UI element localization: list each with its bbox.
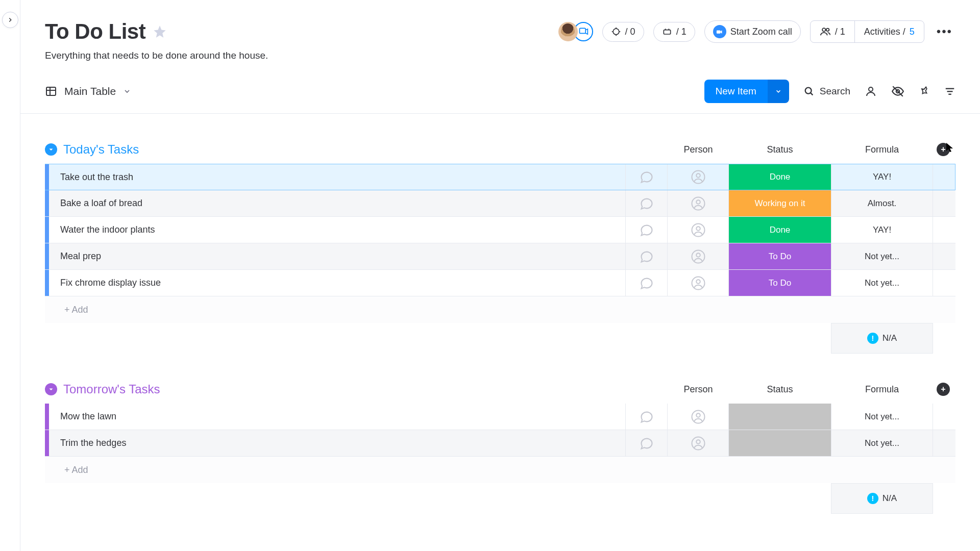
group-title[interactable]: Tomorrow's Tasks	[63, 382, 160, 396]
person-icon	[865, 85, 877, 97]
chevron-down-icon	[775, 88, 782, 95]
favorite-star-icon[interactable]	[153, 24, 167, 39]
open-conversation-button[interactable]	[626, 190, 668, 216]
column-header-person[interactable]: Person	[668, 384, 729, 395]
task-name-cell[interactable]: Fix chrome display issue	[49, 270, 626, 296]
status-cell[interactable]	[729, 404, 831, 430]
new-item-button[interactable]: New Item	[704, 80, 768, 103]
eye-off-icon	[891, 85, 904, 98]
chat-icon	[640, 410, 654, 424]
svg-point-24	[696, 253, 700, 257]
formula-cell: Not yet...	[831, 430, 933, 456]
person-placeholder-icon	[691, 222, 706, 238]
svg-point-5	[826, 29, 829, 32]
expand-sidebar-button[interactable]	[2, 12, 18, 28]
person-placeholder-icon	[691, 249, 706, 264]
task-name-cell[interactable]: Meal prep	[49, 243, 626, 269]
formula-cell: Not yet...	[831, 270, 933, 296]
search-icon	[803, 86, 815, 97]
add-item-label: + Add	[49, 305, 88, 315]
task-name-cell[interactable]: Mow the lawn	[49, 404, 626, 430]
activities-button[interactable]: Activities / 5	[854, 21, 924, 42]
group-accent	[45, 190, 49, 216]
collapse-group-button[interactable]	[45, 143, 57, 156]
task-name-cell[interactable]: Trim the hedges	[49, 430, 626, 456]
column-header-formula[interactable]: Formula	[831, 144, 933, 155]
person-cell[interactable]	[668, 270, 729, 296]
board-header: To Do List / 0 / 1	[45, 19, 955, 44]
table-row[interactable]: Fix chrome display issue To Do Not yet..…	[45, 270, 955, 296]
alert-icon: !	[867, 493, 878, 504]
status-cell[interactable]	[729, 430, 831, 456]
person-cell[interactable]	[668, 404, 729, 430]
owner-avatar[interactable]	[558, 22, 578, 41]
status-cell[interactable]: Done	[729, 164, 831, 190]
add-item-row[interactable]: + Add	[45, 296, 955, 323]
zoom-call-button[interactable]: Start Zoom call	[704, 20, 801, 43]
person-cell[interactable]	[668, 217, 729, 243]
column-header-person[interactable]: Person	[668, 144, 729, 155]
chat-icon	[640, 223, 654, 237]
pin-icon	[919, 86, 930, 97]
board-description[interactable]: Everything that needs to be done around …	[45, 50, 955, 61]
open-conversation-button[interactable]	[626, 270, 668, 296]
column-header-status[interactable]: Status	[729, 384, 831, 395]
more-menu-button[interactable]: •••	[934, 22, 955, 41]
person-cell[interactable]	[668, 190, 729, 216]
caret-down-icon	[48, 386, 54, 392]
status-cell[interactable]: To Do	[729, 270, 831, 296]
svg-rect-14	[946, 88, 954, 89]
open-conversation-button[interactable]	[626, 430, 668, 456]
status-cell[interactable]: Working on it	[729, 190, 831, 216]
divider	[20, 113, 980, 114]
formula-cell: Not yet...	[831, 404, 933, 430]
status-cell[interactable]: To Do	[729, 243, 831, 269]
svg-rect-16	[948, 94, 951, 95]
table-row[interactable]: Trim the hedges Not yet...	[45, 430, 955, 457]
add-column-button[interactable]: +	[937, 383, 950, 396]
person-filter-button[interactable]	[865, 85, 877, 97]
person-cell[interactable]	[668, 243, 729, 269]
open-conversation-button[interactable]	[626, 243, 668, 269]
search-button[interactable]: Search	[803, 86, 850, 97]
column-header-status[interactable]: Status	[729, 144, 831, 155]
add-column-button[interactable]: +	[937, 143, 950, 156]
add-item-row[interactable]: + Add	[45, 457, 955, 483]
task-name-cell[interactable]: Take out the trash	[49, 164, 626, 190]
formula-summary-value: N/A	[883, 493, 897, 504]
status-cell[interactable]: Done	[729, 217, 831, 243]
svg-rect-15	[947, 91, 953, 92]
person-cell[interactable]	[668, 164, 729, 190]
table-row[interactable]: Take out the trash Done YAY!	[45, 164, 955, 190]
open-conversation-button[interactable]	[626, 404, 668, 430]
svg-point-9	[805, 88, 811, 94]
group-title[interactable]: Today's Tasks	[63, 142, 139, 157]
integrations-button[interactable]: / 1	[653, 22, 695, 42]
person-placeholder-icon	[691, 196, 706, 211]
page-title[interactable]: To Do List	[45, 19, 145, 44]
hide-columns-button[interactable]	[891, 85, 904, 98]
group-accent	[45, 217, 49, 243]
new-item-dropdown[interactable]	[768, 80, 789, 103]
table-row[interactable]: Mow the lawn Not yet...	[45, 404, 955, 430]
svg-point-26	[696, 280, 700, 284]
pin-button[interactable]	[919, 86, 930, 97]
person-cell[interactable]	[668, 430, 729, 456]
task-name-cell[interactable]: Bake a loaf of bread	[49, 190, 626, 216]
members-button[interactable]: / 1	[811, 21, 854, 42]
task-name-cell[interactable]: Water the indoor plants	[49, 217, 626, 243]
column-header-formula[interactable]: Formula	[831, 384, 933, 395]
automations-button[interactable]: / 0	[602, 22, 644, 42]
open-conversation-button[interactable]	[626, 217, 668, 243]
formula-summary: ! N/A	[831, 483, 933, 514]
open-conversation-button[interactable]	[626, 164, 668, 190]
view-selector[interactable]: Main Table	[45, 85, 131, 97]
filter-button[interactable]	[944, 86, 955, 97]
chat-icon	[640, 170, 654, 184]
table-row[interactable]: Meal prep To Do Not yet...	[45, 243, 955, 270]
chat-icon	[640, 249, 654, 264]
collapse-group-button[interactable]	[45, 383, 57, 395]
table-row[interactable]: Bake a loaf of bread Working on it Almos…	[45, 190, 955, 217]
svg-point-18	[696, 173, 700, 178]
table-row[interactable]: Water the indoor plants Done YAY!	[45, 217, 955, 243]
